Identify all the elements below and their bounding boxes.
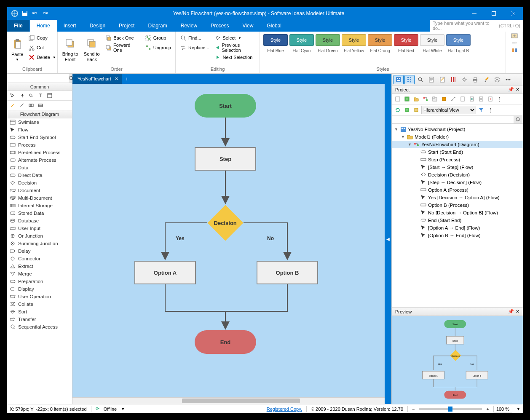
zoom-tool-icon[interactable] — [27, 92, 35, 99]
settings-view-icon[interactable] — [459, 75, 469, 84]
proj-add-icon[interactable] — [403, 95, 411, 103]
diagram-canvas[interactable]: Start Step Decision Yes No Option A Opti… — [72, 84, 385, 397]
status-offline[interactable]: Offline — [104, 407, 117, 412]
style-swatch-flat-cyan[interactable]: Style — [289, 34, 314, 46]
toolbox-transfer[interactable]: Transfer — [7, 316, 72, 323]
panel-close-icon[interactable]: ✕ — [516, 87, 519, 92]
proj-menu-icon[interactable]: ⋮ — [486, 106, 495, 114]
node-option-b[interactable]: Option B — [257, 261, 318, 284]
toolbox-collate[interactable]: Collate — [7, 300, 72, 308]
tree-item[interactable]: ▼YesNoFlowchart (Diagram) — [392, 141, 523, 148]
pan-tool-icon[interactable] — [18, 92, 26, 99]
select-button[interactable]: Select▼ — [213, 33, 257, 43]
toolbox-display[interactable]: Display — [7, 285, 72, 293]
toolbox-summing-junction[interactable]: Summing Junction — [7, 240, 72, 247]
copy-button[interactable]: Copy — [27, 33, 58, 43]
cut-button[interactable]: Cut — [27, 43, 58, 52]
minimize-button[interactable] — [465, 7, 484, 20]
proj-model-icon[interactable] — [412, 106, 420, 114]
toolbox-multi-document[interactable]: Multi-Document — [7, 194, 72, 202]
menu-home[interactable]: Home — [30, 20, 57, 32]
tree-item[interactable]: [Option B → End] (Flow) — [392, 232, 523, 239]
toolbox-alternate-process[interactable]: Alternate Process — [7, 156, 72, 164]
paste-button[interactable]: Paste ▼ — [10, 33, 25, 66]
style-swatch-flat-white[interactable]: Style — [420, 34, 444, 46]
zoom-in-button[interactable]: + — [486, 407, 489, 412]
prev-selection-button[interactable]: Previous Selection — [213, 43, 257, 52]
proj-item2-icon[interactable] — [468, 95, 476, 103]
common-header[interactable]: Common — [7, 83, 72, 91]
zoom-value[interactable]: 100 % — [493, 406, 512, 412]
proj-folder-icon[interactable] — [412, 95, 420, 103]
toolbox-or-junction[interactable]: Or Junction — [7, 232, 72, 240]
horizontal-scrollbar[interactable] — [72, 397, 385, 404]
toolbox-delay[interactable]: Delay — [7, 247, 72, 255]
proj-link-icon[interactable] — [449, 95, 458, 103]
undo-icon[interactable] — [31, 9, 39, 18]
style-swatch-flat-light-b[interactable]: Style — [446, 34, 471, 46]
edit-view-icon[interactable] — [437, 75, 447, 84]
text-tool-icon[interactable] — [37, 92, 44, 99]
proj-item4-icon[interactable] — [486, 95, 495, 103]
find-button[interactable]: Find... — [178, 33, 211, 43]
tree-item[interactable]: ▼Yes/No Flowchart (Project) — [392, 126, 523, 133]
menu-insert[interactable]: Insert — [57, 20, 83, 32]
bring-to-front-button[interactable]: Bring to Front — [60, 33, 80, 66]
toolbox-extract[interactable]: Extract — [7, 262, 72, 270]
proj-add2-icon[interactable] — [403, 106, 411, 114]
proj-package-icon[interactable] — [431, 95, 439, 103]
toolbox-user-operation[interactable]: User Operation — [7, 293, 72, 300]
ribbon-styles-icon[interactable] — [511, 48, 518, 54]
ribbon-expand-icon[interactable] — [511, 33, 518, 40]
toolbox-data[interactable]: Data — [7, 164, 72, 171]
command-search[interactable]: Type here what you want to do... (CTRL+Q… — [430, 20, 523, 32]
connector-tool-icon[interactable] — [18, 102, 26, 109]
menu-diagram[interactable]: Diagram — [141, 20, 174, 32]
tree-item[interactable]: Step (Process) — [392, 156, 523, 163]
toolbox-sort[interactable]: Sort — [7, 308, 72, 316]
project-search-input[interactable] — [392, 116, 514, 123]
next-selection-button[interactable]: Next Selection — [213, 53, 257, 62]
node-option-a[interactable]: Option A — [134, 261, 196, 284]
tree-item[interactable]: Yes [Decision → Option A] (Flow) — [392, 194, 523, 201]
redo-icon[interactable] — [41, 9, 49, 18]
hierarchical-view-select[interactable]: Hierarchical View — [421, 106, 476, 114]
grid-tool-icon[interactable] — [37, 102, 44, 109]
menu-view[interactable]: View — [236, 20, 260, 32]
tree-item[interactable]: [Option A → End] (Flow) — [392, 224, 523, 232]
proj-refresh-icon[interactable] — [393, 106, 402, 114]
ungroup-button[interactable]: Ungroup — [143, 43, 173, 52]
toolbox-start-end-symbol[interactable]: Start End Symbol — [7, 134, 72, 141]
print-view-icon[interactable] — [470, 75, 480, 84]
tree-item[interactable]: End (Start End) — [392, 217, 523, 224]
menu-review[interactable]: Review — [174, 20, 204, 32]
close-button[interactable] — [503, 7, 523, 20]
node-start[interactable]: Start — [195, 94, 256, 118]
layers-view-icon[interactable] — [492, 75, 502, 84]
toolbox-database[interactable]: Database — [7, 217, 72, 225]
toolbox-document[interactable]: Document — [7, 187, 72, 194]
toolbox-direct-data[interactable]: Direct Data — [7, 171, 72, 179]
toolbox-merge[interactable]: Merge — [7, 270, 72, 278]
toolbox-flow[interactable]: Flow — [7, 126, 72, 134]
menu-file[interactable]: File — [7, 20, 30, 32]
preview-pin-icon[interactable]: 📌 — [508, 309, 514, 314]
proj-item-icon[interactable] — [458, 95, 467, 103]
brush-view-icon[interactable] — [481, 75, 491, 84]
tree-item[interactable]: ▼Model1 (Folder) — [392, 133, 523, 141]
tree-item[interactable]: No [Decision → Option B] (Flow) — [392, 209, 523, 217]
preview-close-icon[interactable]: ✕ — [516, 309, 519, 314]
group-button[interactable]: Group — [143, 33, 173, 43]
toolbox-decision[interactable]: Decision — [7, 179, 72, 187]
style-swatch-flat-red[interactable]: Style — [394, 34, 418, 46]
preview-canvas[interactable]: Start Step Decision Yes No Option A Opti… — [392, 316, 523, 404]
replace-button[interactable]: Replace... — [178, 43, 211, 52]
tree-item[interactable]: [Start → Step] (Flow) — [392, 163, 523, 171]
forward-one-button[interactable]: Forward One — [103, 43, 141, 52]
tab-add-button[interactable]: ＋ — [122, 74, 132, 84]
tree-item[interactable]: Option B (Process) — [392, 201, 523, 209]
tab-close-icon[interactable]: ✕ — [115, 76, 118, 82]
maximize-button[interactable] — [484, 7, 503, 20]
zoom-out-button[interactable]: − — [412, 407, 415, 412]
style-swatch-flat-yellow[interactable]: Style — [342, 34, 366, 46]
